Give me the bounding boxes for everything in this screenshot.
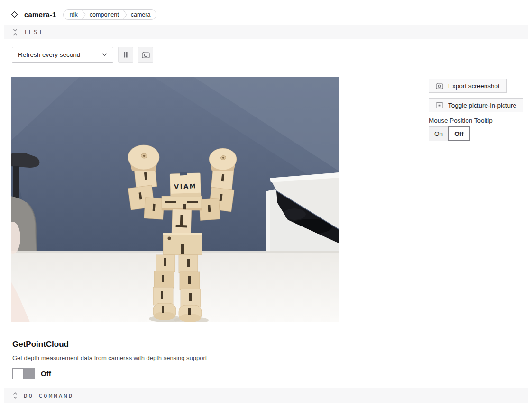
side-cabinet (266, 172, 339, 251)
collapse-icon[interactable] (12, 29, 18, 36)
test-section-label: TEST (24, 28, 44, 36)
get-point-cloud-toggle-state: Off (41, 370, 51, 378)
get-point-cloud-toggle-row: Off (12, 368, 51, 379)
test-panel-body: VIAM (4, 70, 528, 334)
pause-icon (123, 52, 128, 58)
resource-diamond-icon (11, 11, 18, 18)
do-command-section-header[interactable]: DO COMMAND (4, 388, 528, 403)
export-screenshot-label: Export screenshot (448, 82, 500, 90)
get-point-cloud-toggle[interactable] (12, 368, 35, 379)
get-point-cloud-title: GetPointCloud (12, 340, 69, 349)
screenshot-button[interactable] (138, 47, 153, 63)
breadcrumb-item-rdk: rdk (69, 11, 77, 18)
camera-icon (436, 82, 443, 89)
pause-refresh-button[interactable] (118, 47, 133, 63)
breadcrumb-separator-icon (123, 10, 127, 19)
do-command-section-label: DO COMMAND (24, 392, 73, 399)
camera-icon (142, 51, 150, 58)
chevron-down-icon (102, 53, 107, 56)
viam-logo: VIAM (174, 182, 197, 190)
camera-card: camera-1 rdk component camera TEST (4, 4, 528, 402)
refresh-controls: Refresh every second (4, 39, 528, 70)
breadcrumb: rdk component camera (63, 9, 156, 20)
get-point-cloud-section: GetPointCloud Get depth measurement data… (4, 334, 528, 388)
page-title: camera-1 (24, 10, 56, 18)
tooltip-off-button[interactable]: Off (448, 126, 470, 141)
picture-in-picture-icon (436, 102, 443, 108)
tooltip-on-button[interactable]: On (429, 126, 449, 141)
test-section-header[interactable]: TEST (4, 25, 528, 39)
breadcrumb-item-component: component (90, 11, 119, 18)
breadcrumb-separator-icon (82, 10, 86, 19)
camera-feed[interactable]: VIAM (11, 77, 339, 322)
breadcrumb-item-camera: camera (131, 11, 151, 18)
toggle-pip-label: Toggle picture-in-picture (448, 102, 516, 109)
card-header: camera-1 rdk component camera (4, 4, 528, 25)
expand-icon[interactable] (12, 392, 18, 399)
export-screenshot-button[interactable]: Export screenshot (429, 79, 507, 93)
refresh-rate-select[interactable]: Refresh every second (12, 47, 113, 63)
toggle-pip-button[interactable]: Toggle picture-in-picture (429, 98, 523, 112)
refresh-rate-value: Refresh every second (18, 51, 80, 58)
toggle-knob (12, 368, 24, 379)
get-point-cloud-description: Get depth measurement data from cameras … (12, 354, 207, 361)
mouse-tooltip-segmented-control: On Off (429, 126, 470, 141)
camera-panel-page: camera-1 rdk component camera TEST (0, 0, 532, 406)
mouse-position-tooltip-label: Mouse Position Tooltip (429, 117, 493, 124)
